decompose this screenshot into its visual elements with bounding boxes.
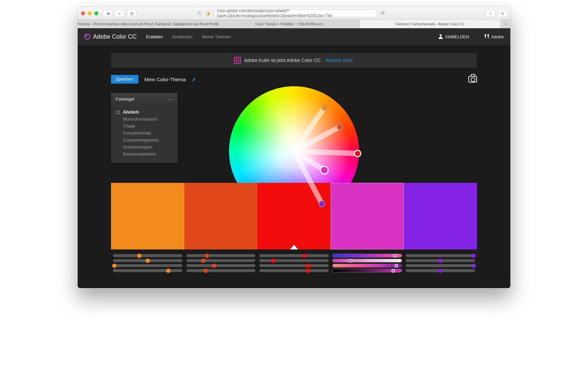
- slider-cell: [404, 264, 477, 267]
- slider-thumb[interactable]: [205, 253, 209, 258]
- nav-meinethemen[interactable]: Meine Themen: [202, 34, 231, 39]
- forward-button[interactable]: ▶: [115, 10, 124, 17]
- slider-track[interactable]: [333, 269, 402, 272]
- banner-link[interactable]: Weitere Infos.: [325, 58, 354, 63]
- reload-button[interactable]: ⟳: [380, 10, 386, 16]
- slider-thumb[interactable]: [271, 258, 275, 263]
- slider-thumb[interactable]: [393, 254, 397, 257]
- rule-item[interactable]: Benutzerdefiniert: [116, 151, 172, 158]
- slider-track[interactable]: [113, 264, 182, 267]
- slider-thumb[interactable]: [166, 268, 171, 273]
- slider-track[interactable]: [186, 269, 256, 272]
- slider-cell: [111, 259, 184, 262]
- close-window-button[interactable]: [81, 11, 85, 15]
- slider-thumb[interactable]: [471, 253, 476, 258]
- slider-thumb[interactable]: [349, 259, 352, 262]
- new-tab-button[interactable]: +: [501, 20, 510, 28]
- panel-title: Farbregel: [116, 97, 134, 102]
- swatch[interactable]: [257, 183, 331, 249]
- share-button[interactable]: ⇪: [486, 10, 495, 17]
- panel-header[interactable]: Farbregel ︿︿: [111, 93, 178, 105]
- slider-thumb[interactable]: [306, 263, 310, 268]
- person-icon: [438, 34, 443, 39]
- slider-track[interactable]: [259, 269, 329, 272]
- app-header: Adobe Color CC Erstellen Entdecken Meine…: [78, 28, 510, 45]
- slider-cell: [184, 264, 258, 267]
- address-bar[interactable]: color.adobe.com/de/create/color-wheel/?b…: [214, 9, 377, 17]
- slider-cell: [184, 259, 258, 262]
- slider-track[interactable]: [186, 259, 256, 262]
- browser-tab[interactable]: Color Trends + Palettes :: COLOURlovers: [219, 20, 360, 28]
- slider-track[interactable]: [333, 264, 402, 267]
- reader-button[interactable]: A: [197, 11, 203, 16]
- slider-thumb[interactable]: [203, 268, 208, 273]
- edit-name-button[interactable]: [192, 77, 196, 82]
- slider-track[interactable]: [406, 269, 475, 272]
- rule-item[interactable]: Komplementär: [116, 130, 172, 137]
- nav-erstellen[interactable]: Erstellen: [146, 34, 163, 39]
- wheel-marker[interactable]: [320, 166, 329, 175]
- slider-track[interactable]: [113, 269, 182, 272]
- slider-thumb[interactable]: [394, 264, 398, 267]
- slider-track[interactable]: [333, 259, 402, 262]
- save-button[interactable]: Speichern: [111, 75, 138, 84]
- browser-tab[interactable]: Farbrad | Farbschemata - Adobe Color CC: [360, 20, 501, 28]
- rule-item[interactable]: Triade: [116, 123, 172, 130]
- slider-thumb[interactable]: [438, 268, 443, 273]
- slider-thumb[interactable]: [306, 268, 310, 273]
- rule-item[interactable]: Schattierungen: [116, 144, 172, 151]
- signin-label: ANMELDEN: [445, 34, 469, 39]
- signin-link[interactable]: ANMELDEN: [438, 34, 469, 39]
- rule-item[interactable]: Monochromatisch: [116, 116, 172, 123]
- zoom-window-button[interactable]: [94, 11, 98, 15]
- camera-button[interactable]: [468, 76, 477, 83]
- slider-thumb[interactable]: [212, 263, 216, 268]
- wheel-marker[interactable]: [354, 150, 361, 157]
- slider-track[interactable]: [259, 264, 329, 267]
- slider-track[interactable]: [259, 259, 329, 262]
- back-button[interactable]: ◀: [103, 10, 112, 17]
- brand-text: Adobe Color CC: [93, 33, 137, 40]
- swatch[interactable]: [331, 183, 404, 249]
- adobe-link[interactable]: Adobe: [484, 34, 504, 39]
- wheel-marker[interactable]: [321, 104, 328, 111]
- slider-thumb[interactable]: [137, 253, 141, 258]
- slider-track[interactable]: [259, 254, 329, 257]
- browser-window: ◀ ▶ ▥ A 🔒 color.adobe.com/de/create/colo…: [77, 7, 511, 288]
- slider-thumb[interactable]: [145, 258, 150, 263]
- rule-item[interactable]: Ähnlich: [116, 109, 172, 116]
- swatch-row: [111, 183, 477, 249]
- slider-thumb[interactable]: [302, 253, 307, 258]
- tabs-button[interactable]: ⧉: [498, 10, 507, 17]
- slider-thumb[interactable]: [112, 263, 117, 268]
- slider-thumb[interactable]: [392, 269, 395, 272]
- slider-thumb[interactable]: [201, 258, 206, 263]
- slider-cell: [111, 254, 184, 257]
- slider-track[interactable]: [186, 254, 256, 257]
- sidebar-button[interactable]: ▥: [127, 10, 136, 17]
- brand-icon: [84, 34, 90, 40]
- adobe-label: Adobe: [491, 34, 504, 39]
- swatch[interactable]: [404, 183, 477, 249]
- slider-track[interactable]: [406, 259, 475, 262]
- rule-item[interactable]: Zusammengesetzt: [116, 137, 172, 144]
- slider-cell: [184, 269, 258, 272]
- url-text: color.adobe.com/de/create/color-wheel/?b…: [217, 9, 374, 18]
- brand[interactable]: Adobe Color CC: [84, 33, 137, 40]
- nav-entdecken[interactable]: Entdecken: [172, 34, 193, 39]
- slider-track[interactable]: [406, 254, 475, 257]
- slider-track[interactable]: [406, 264, 475, 267]
- slider-track[interactable]: [333, 254, 402, 257]
- minimize-window-button[interactable]: [88, 11, 92, 15]
- slider-thumb[interactable]: [438, 258, 443, 263]
- slider-track[interactable]: [113, 254, 182, 257]
- color-rule-panel: Farbregel ︿︿ Ähnlich Monochromatisch Tri…: [111, 93, 178, 163]
- swatch[interactable]: [184, 183, 258, 249]
- slider-thumb[interactable]: [471, 263, 476, 268]
- slider-track[interactable]: [186, 264, 256, 267]
- swatch[interactable]: [111, 183, 184, 249]
- wheel-marker[interactable]: [319, 200, 325, 207]
- wheel-marker[interactable]: [337, 124, 343, 130]
- slider-track[interactable]: [113, 259, 182, 262]
- browser-tab[interactable]: Proof.de - Proof Knowhow: Alles rund um …: [78, 20, 219, 28]
